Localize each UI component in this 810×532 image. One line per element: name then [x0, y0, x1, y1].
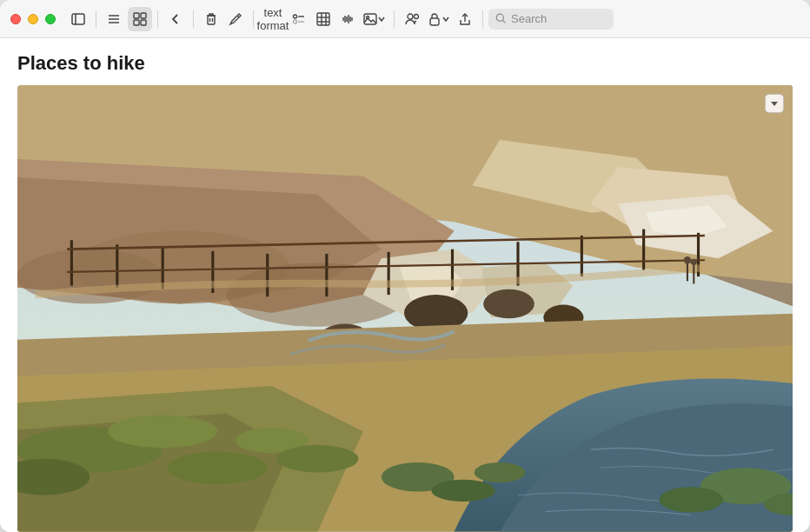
separator-3: [193, 10, 194, 28]
export-button[interactable]: [453, 7, 477, 31]
svg-rect-6: [141, 13, 146, 18]
svg-line-37: [503, 21, 506, 23]
traffic-lights: [10, 14, 56, 24]
separator-2: [157, 10, 158, 28]
media-button[interactable]: [360, 7, 388, 31]
svg-point-73: [475, 462, 526, 482]
svg-point-33: [415, 14, 419, 18]
list-view-button[interactable]: [102, 7, 126, 31]
svg-line-12: [237, 16, 239, 17]
view-toggle-group: [66, 7, 90, 31]
audio-button[interactable]: [335, 7, 360, 31]
gallery-view-button[interactable]: [128, 7, 152, 31]
image-options-button[interactable]: [765, 94, 784, 113]
note-content: Places to hike: [0, 38, 810, 532]
text-format-button[interactable]: text format: [259, 7, 287, 31]
note-title: Places to hike: [17, 52, 793, 75]
svg-point-68: [167, 452, 267, 485]
sidebar-toggle-button[interactable]: [66, 7, 90, 31]
svg-point-72: [431, 480, 495, 502]
svg-point-66: [108, 416, 217, 449]
separator-4: [253, 10, 254, 28]
separator-5: [394, 10, 395, 28]
svg-point-89: [684, 256, 691, 263]
minimize-button[interactable]: [28, 14, 38, 24]
titlebar: text format: [0, 0, 810, 38]
separator-1: [96, 10, 96, 28]
svg-point-61: [659, 488, 722, 513]
notes-window: text format: [0, 0, 810, 532]
svg-point-91: [691, 259, 697, 265]
svg-point-55: [483, 289, 534, 319]
table-button[interactable]: [311, 7, 335, 31]
svg-rect-0: [72, 14, 84, 24]
maximize-button[interactable]: [45, 14, 56, 24]
svg-rect-30: [364, 14, 376, 24]
lock-button[interactable]: [424, 7, 453, 31]
layout-group: [102, 7, 152, 31]
svg-point-70: [276, 445, 358, 472]
search-input[interactable]: [511, 12, 607, 25]
svg-rect-9: [208, 16, 215, 24]
svg-point-15: [294, 20, 297, 23]
delete-button[interactable]: [199, 7, 223, 31]
collaborate-button[interactable]: [400, 7, 424, 31]
close-button[interactable]: [10, 14, 21, 24]
note-image-container: [17, 85, 793, 532]
svg-rect-5: [134, 13, 139, 18]
svg-rect-8: [141, 20, 146, 25]
svg-rect-34: [430, 18, 439, 25]
svg-rect-17: [317, 13, 329, 25]
checklist-button[interactable]: [287, 7, 311, 31]
compose-button[interactable]: [223, 7, 248, 31]
text-format-label: text format: [257, 6, 289, 32]
search-box[interactable]: [488, 9, 614, 30]
back-button[interactable]: [163, 7, 188, 31]
landscape-image: [17, 85, 793, 532]
search-icon: [495, 13, 507, 24]
svg-point-36: [496, 14, 503, 21]
separator-6: [482, 10, 483, 28]
svg-point-32: [408, 14, 413, 19]
svg-rect-7: [134, 20, 139, 25]
chevron-down-icon: [771, 102, 778, 106]
svg-point-13: [294, 15, 297, 18]
